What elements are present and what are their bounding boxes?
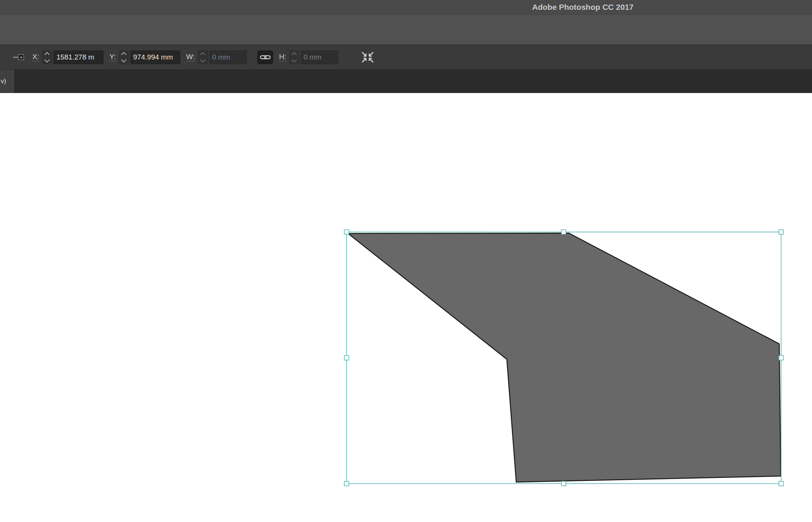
toolbar-band xyxy=(0,14,812,44)
y-label[interactable]: Y: xyxy=(109,53,116,61)
chevron-up-icon xyxy=(292,52,297,57)
transform-handle-bottom-right[interactable] xyxy=(779,481,783,486)
x-value: 1581.278 m xyxy=(56,53,94,61)
transform-handle-top-right[interactable] xyxy=(779,230,783,234)
transform-handle-mid-left[interactable] xyxy=(344,356,349,360)
y-stepper[interactable] xyxy=(119,50,129,64)
transform-handle-top-left[interactable] xyxy=(344,230,349,234)
w-label[interactable]: W: xyxy=(186,53,195,61)
chevron-down-icon xyxy=(44,57,50,62)
chevron-down-icon xyxy=(121,57,126,62)
x-label[interactable]: X: xyxy=(32,53,39,61)
h-value: 0 mm xyxy=(304,53,322,61)
titlebar: Adobe Photoshop CC 2017 xyxy=(0,0,812,14)
maintain-aspect-ratio-link-icon[interactable] xyxy=(257,50,273,64)
free-transform-icon[interactable] xyxy=(360,50,375,64)
h-label[interactable]: H: xyxy=(279,53,286,61)
photoshop-app: { "window": { "title": "Adobe Photoshop … xyxy=(0,0,812,522)
chevron-up-icon xyxy=(121,52,126,57)
window-title: Adobe Photoshop CC 2017 xyxy=(532,3,634,12)
y-input[interactable]: 974.994 mm xyxy=(130,50,180,64)
shape-layer-polygon[interactable] xyxy=(348,233,781,482)
document-tab-label: v) xyxy=(1,78,6,85)
document-tab-bar: v) xyxy=(0,70,812,93)
chevron-up-icon xyxy=(44,52,50,57)
w-input: 0 mm xyxy=(209,50,247,64)
w-value: 0 mm xyxy=(212,53,230,61)
h-stepper xyxy=(289,50,299,64)
x-stepper[interactable] xyxy=(42,50,52,64)
transform-handle-bottom-mid[interactable] xyxy=(561,481,566,486)
transform-handle-top-mid[interactable] xyxy=(561,230,566,234)
chevron-down-icon xyxy=(200,57,205,62)
options-bar: X: 1581.278 m Y: 974.994 mm W: 0 mm H: 0 xyxy=(0,44,812,70)
x-input[interactable]: 1581.278 m xyxy=(53,50,103,64)
chevron-down-icon xyxy=(292,57,297,62)
h-input: 0 mm xyxy=(301,50,338,64)
reference-point-locator-icon[interactable] xyxy=(13,54,26,61)
y-value: 974.994 mm xyxy=(133,53,173,61)
document-tab[interactable]: v) xyxy=(0,70,15,93)
transform-handle-mid-right[interactable] xyxy=(779,356,783,360)
transform-handle-bottom-left[interactable] xyxy=(344,481,349,486)
chevron-up-icon xyxy=(200,52,205,57)
w-stepper xyxy=(198,50,208,64)
